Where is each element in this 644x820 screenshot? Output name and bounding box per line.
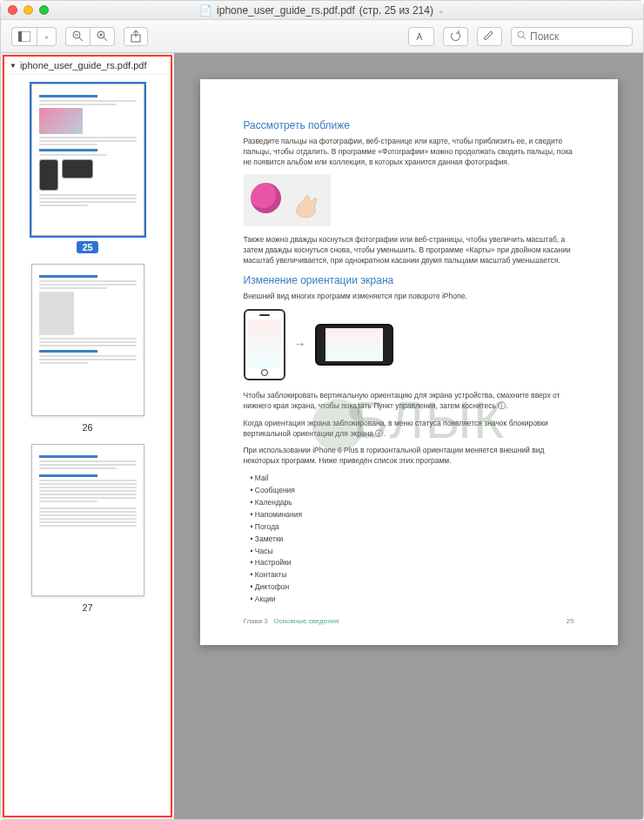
list-item: Заметки — [251, 534, 574, 545]
footer-chapter: Глава 3 — [244, 617, 268, 625]
arrow-right-icon: → — [294, 336, 306, 353]
thumbnail-label: 26 — [77, 421, 97, 434]
list-item: Календарь — [251, 498, 574, 508]
section-heading: Рассмотреть поближе — [244, 118, 574, 133]
zoom-group — [65, 27, 115, 46]
paragraph: Когда ориентация экрана заблокирована, в… — [244, 419, 574, 440]
pdf-page: Рассмотреть поближе Разведите пальцы на … — [200, 79, 618, 645]
highlight-button[interactable] — [408, 27, 434, 46]
close-icon[interactable] — [8, 5, 17, 15]
svg-point-11 — [518, 31, 524, 37]
list-item: Mail — [251, 474, 574, 484]
titlebar: 📄 iphone_user_guide_rs.pdf.pdf (стр. 25 … — [1, 1, 643, 20]
thumbnail-preview — [31, 264, 144, 416]
paragraph: Разведите пальцы на фотографии, веб-стра… — [244, 137, 574, 168]
footer-section: Основные сведения — [273, 617, 339, 625]
footer-page-number: 25 — [567, 616, 574, 626]
paragraph: Также можно дважды коснуться фотографии … — [244, 235, 574, 266]
title-pagecount: (стр. 25 из 214) — [359, 4, 433, 17]
window-title[interactable]: 📄 iphone_user_guide_rs.pdf.pdf (стр. 25 … — [199, 4, 445, 17]
svg-line-12 — [523, 37, 526, 39]
thumbnail-label: 27 — [77, 602, 97, 614]
markup-button[interactable] — [477, 27, 502, 46]
chevron-down-icon[interactable]: ⌄ — [438, 6, 445, 15]
list-item: Часы — [251, 547, 574, 557]
svg-line-6 — [104, 37, 107, 41]
window-controls — [8, 5, 49, 15]
svg-rect-1 — [18, 31, 22, 42]
thumbnail-preview — [31, 84, 144, 236]
list-item: Диктофон — [251, 582, 574, 593]
zoom-in-button[interactable] — [90, 27, 115, 46]
chevron-down-icon: ⌄ — [44, 32, 50, 40]
search-icon — [517, 30, 527, 43]
thumbnail-page-26[interactable]: 26 — [31, 264, 144, 434]
share-button[interactable] — [124, 27, 148, 46]
list-item: Настройки — [251, 558, 574, 568]
paragraph: При использовании iPhone 6 Plus в горизо… — [244, 446, 574, 467]
paragraph: Внешний вид многих программ изменяется п… — [244, 292, 574, 302]
orientation-image: → — [244, 309, 574, 380]
paragraph: Чтобы заблокировать вертикальную ориента… — [244, 391, 574, 412]
thumbnail-list: 25 26 — [4, 75, 171, 816]
zoom-out-button[interactable] — [65, 27, 90, 46]
list-item: Погода — [251, 522, 574, 533]
sidebar-button[interactable] — [11, 27, 37, 46]
section-heading: Изменение ориентации экрана — [244, 273, 574, 288]
zoom-icon[interactable] — [39, 5, 49, 15]
rotate-button[interactable] — [443, 27, 468, 46]
toolbar: ⌄ — [1, 20, 643, 53]
thumbnails-sidebar: ▼ iphone_user_guide_rs.pdf.pdf 25 — [3, 55, 172, 817]
content-area: ▼ iphone_user_guide_rs.pdf.pdf 25 — [1, 53, 643, 819]
preview-window: 📄 iphone_user_guide_rs.pdf.pdf (стр. 25 … — [0, 0, 644, 820]
sidebar-menu-button[interactable]: ⌄ — [37, 27, 57, 46]
thumbnail-page-25[interactable]: 25 — [31, 84, 144, 253]
list-item: Напоминания — [251, 510, 574, 521]
list-item: Акции — [251, 595, 574, 605]
thumbnail-preview — [31, 444, 144, 596]
page-footer: Глава 3 Основные сведения 25 — [244, 616, 574, 626]
disclosure-triangle-icon[interactable]: ▼ — [10, 62, 17, 70]
title-filename: iphone_user_guide_rs.pdf.pdf — [217, 4, 355, 17]
pinch-gesture-image — [244, 174, 331, 226]
file-icon: 📄 — [199, 4, 212, 17]
sidebar-header[interactable]: ▼ iphone_user_guide_rs.pdf.pdf — [4, 57, 171, 75]
list-item: Сообщения — [251, 486, 574, 496]
search-input[interactable] — [530, 30, 627, 43]
bullet-list: Mail Сообщения Календарь Напоминания Пог… — [251, 474, 574, 605]
svg-line-3 — [79, 37, 83, 41]
thumbnail-label: 25 — [77, 241, 97, 253]
sidebar-filename: iphone_user_guide_rs.pdf.pdf — [20, 60, 147, 71]
sidebar-toggle-group: ⌄ — [11, 27, 57, 46]
list-item: Контакты — [251, 570, 574, 581]
thumbnail-page-27[interactable]: 27 — [31, 444, 144, 614]
document-viewport[interactable]: Рассмотреть поближе Разведите пальцы на … — [174, 53, 643, 819]
minimize-icon[interactable] — [23, 5, 33, 15]
search-field[interactable] — [511, 27, 633, 46]
